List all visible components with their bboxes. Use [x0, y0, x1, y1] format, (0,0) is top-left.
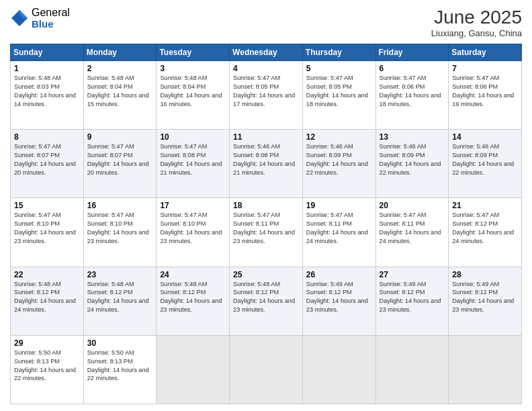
day-info: Sunrise: 5:48 AM Sunset: 8:12 PM Dayligh…	[160, 280, 226, 315]
day-info: Sunrise: 5:49 AM Sunset: 8:12 PM Dayligh…	[452, 280, 518, 315]
day-info: Sunrise: 5:48 AM Sunset: 8:12 PM Dayligh…	[14, 280, 80, 315]
calendar-cell	[375, 335, 449, 404]
day-info: Sunrise: 5:48 AM Sunset: 8:03 PM Dayligh…	[14, 74, 80, 109]
calendar-cell: 28 Sunrise: 5:49 AM Sunset: 8:12 PM Dayl…	[449, 267, 522, 335]
weekday-header-row: SundayMondayTuesdayWednesdayThursdayFrid…	[11, 44, 522, 61]
weekday-wednesday: Wednesday	[230, 44, 303, 61]
week-row-2: 8 Sunrise: 5:47 AM Sunset: 8:07 PM Dayli…	[11, 130, 522, 198]
day-info: Sunrise: 5:48 AM Sunset: 8:12 PM Dayligh…	[233, 280, 299, 315]
day-number: 15	[14, 201, 80, 210]
day-info: Sunrise: 5:46 AM Sunset: 8:09 PM Dayligh…	[306, 142, 372, 177]
calendar-cell: 10 Sunrise: 5:47 AM Sunset: 8:08 PM Dayl…	[157, 130, 230, 198]
day-info: Sunrise: 5:48 AM Sunset: 8:04 PM Dayligh…	[160, 74, 226, 109]
day-number: 19	[306, 201, 372, 210]
day-info: Sunrise: 5:47 AM Sunset: 8:12 PM Dayligh…	[452, 211, 518, 246]
calendar-cell: 11 Sunrise: 5:46 AM Sunset: 8:08 PM Dayl…	[230, 130, 303, 198]
day-number: 9	[87, 132, 153, 142]
day-info: Sunrise: 5:46 AM Sunset: 8:08 PM Dayligh…	[233, 142, 299, 177]
day-number: 24	[160, 270, 226, 279]
day-number: 1	[14, 64, 80, 73]
calendar-cell: 17 Sunrise: 5:47 AM Sunset: 8:10 PM Dayl…	[157, 198, 230, 267]
calendar-cell: 8 Sunrise: 5:47 AM Sunset: 8:07 PM Dayli…	[11, 130, 84, 198]
day-number: 11	[233, 132, 299, 142]
logo-text: General Blue	[32, 7, 70, 30]
calendar-cell: 5 Sunrise: 5:47 AM Sunset: 8:05 PM Dayli…	[302, 61, 375, 130]
calendar-cell	[302, 335, 375, 404]
day-info: Sunrise: 5:47 AM Sunset: 8:10 PM Dayligh…	[87, 211, 153, 246]
weekday-thursday: Thursday	[302, 44, 375, 61]
day-info: Sunrise: 5:47 AM Sunset: 8:11 PM Dayligh…	[306, 211, 372, 246]
day-number: 25	[233, 270, 299, 279]
logo-blue: Blue	[32, 19, 70, 30]
day-info: Sunrise: 5:47 AM Sunset: 8:11 PM Dayligh…	[233, 211, 299, 246]
calendar-cell: 13 Sunrise: 5:46 AM Sunset: 8:09 PM Dayl…	[375, 130, 449, 198]
calendar-table: SundayMondayTuesdayWednesdayThursdayFrid…	[10, 44, 522, 404]
day-info: Sunrise: 5:47 AM Sunset: 8:11 PM Dayligh…	[380, 211, 445, 246]
day-info: Sunrise: 5:47 AM Sunset: 8:10 PM Dayligh…	[14, 211, 80, 246]
week-row-4: 22 Sunrise: 5:48 AM Sunset: 8:12 PM Dayl…	[11, 267, 522, 335]
calendar-cell: 3 Sunrise: 5:48 AM Sunset: 8:04 PM Dayli…	[157, 61, 230, 130]
calendar-cell: 20 Sunrise: 5:47 AM Sunset: 8:11 PM Dayl…	[375, 198, 449, 267]
day-info: Sunrise: 5:46 AM Sunset: 8:09 PM Dayligh…	[380, 142, 445, 177]
location: Liuxiang, Gansu, China	[431, 28, 522, 38]
calendar-cell: 2 Sunrise: 5:48 AM Sunset: 8:04 PM Dayli…	[83, 61, 157, 130]
day-info: Sunrise: 5:47 AM Sunset: 8:06 PM Dayligh…	[380, 74, 445, 109]
day-number: 18	[233, 201, 299, 210]
week-row-5: 29 Sunrise: 5:50 AM Sunset: 8:13 PM Dayl…	[11, 335, 522, 404]
logo-general: General	[32, 7, 70, 19]
day-number: 5	[306, 64, 372, 73]
logo: General Blue	[10, 7, 70, 30]
day-info: Sunrise: 5:49 AM Sunset: 8:12 PM Dayligh…	[380, 280, 445, 315]
weekday-monday: Monday	[83, 44, 157, 61]
day-info: Sunrise: 5:47 AM Sunset: 8:07 PM Dayligh…	[87, 142, 153, 177]
calendar-cell: 19 Sunrise: 5:47 AM Sunset: 8:11 PM Dayl…	[302, 198, 375, 267]
weekday-tuesday: Tuesday	[157, 44, 230, 61]
calendar-cell	[157, 335, 230, 404]
calendar-cell: 26 Sunrise: 5:49 AM Sunset: 8:12 PM Dayl…	[302, 267, 375, 335]
weekday-friday: Friday	[375, 44, 449, 61]
day-info: Sunrise: 5:50 AM Sunset: 8:13 PM Dayligh…	[87, 349, 153, 383]
calendar-cell: 30 Sunrise: 5:50 AM Sunset: 8:13 PM Dayl…	[83, 335, 157, 404]
weekday-sunday: Sunday	[11, 44, 84, 61]
calendar-cell: 6 Sunrise: 5:47 AM Sunset: 8:06 PM Dayli…	[375, 61, 449, 130]
calendar-cell: 23 Sunrise: 5:48 AM Sunset: 8:12 PM Dayl…	[83, 267, 157, 335]
day-number: 17	[160, 201, 226, 210]
calendar-cell: 12 Sunrise: 5:46 AM Sunset: 8:09 PM Dayl…	[302, 130, 375, 198]
day-info: Sunrise: 5:47 AM Sunset: 8:08 PM Dayligh…	[160, 142, 226, 177]
day-number: 8	[14, 132, 80, 142]
day-number: 7	[452, 64, 518, 73]
day-info: Sunrise: 5:46 AM Sunset: 8:09 PM Dayligh…	[452, 142, 518, 177]
day-number: 16	[87, 201, 153, 210]
calendar-cell: 9 Sunrise: 5:47 AM Sunset: 8:07 PM Dayli…	[83, 130, 157, 198]
title-block: June 2025 Liuxiang, Gansu, China	[431, 7, 522, 38]
header: General Blue June 2025 Liuxiang, Gansu, …	[10, 7, 522, 38]
day-info: Sunrise: 5:50 AM Sunset: 8:13 PM Dayligh…	[14, 349, 80, 383]
day-info: Sunrise: 5:48 AM Sunset: 8:12 PM Dayligh…	[87, 280, 153, 315]
day-number: 26	[306, 270, 372, 279]
day-info: Sunrise: 5:47 AM Sunset: 8:06 PM Dayligh…	[452, 74, 518, 109]
calendar-cell	[449, 335, 522, 404]
month-title: June 2025	[431, 7, 522, 28]
calendar-cell: 18 Sunrise: 5:47 AM Sunset: 8:11 PM Dayl…	[230, 198, 303, 267]
calendar-cell: 25 Sunrise: 5:48 AM Sunset: 8:12 PM Dayl…	[230, 267, 303, 335]
day-number: 4	[233, 64, 299, 73]
calendar-cell: 4 Sunrise: 5:47 AM Sunset: 8:05 PM Dayli…	[230, 61, 303, 130]
day-info: Sunrise: 5:49 AM Sunset: 8:12 PM Dayligh…	[306, 280, 372, 315]
day-info: Sunrise: 5:47 AM Sunset: 8:10 PM Dayligh…	[160, 211, 226, 246]
calendar-cell: 1 Sunrise: 5:48 AM Sunset: 8:03 PM Dayli…	[11, 61, 84, 130]
day-info: Sunrise: 5:47 AM Sunset: 8:07 PM Dayligh…	[14, 142, 80, 177]
calendar-cell: 22 Sunrise: 5:48 AM Sunset: 8:12 PM Dayl…	[11, 267, 84, 335]
calendar-cell: 14 Sunrise: 5:46 AM Sunset: 8:09 PM Dayl…	[449, 130, 522, 198]
day-number: 28	[452, 270, 518, 279]
day-number: 27	[380, 270, 445, 279]
day-number: 13	[380, 132, 445, 142]
logo-icon	[10, 9, 29, 28]
calendar-cell: 21 Sunrise: 5:47 AM Sunset: 8:12 PM Dayl…	[449, 198, 522, 267]
weekday-saturday: Saturday	[449, 44, 522, 61]
day-info: Sunrise: 5:48 AM Sunset: 8:04 PM Dayligh…	[87, 74, 153, 109]
calendar-cell: 15 Sunrise: 5:47 AM Sunset: 8:10 PM Dayl…	[11, 198, 84, 267]
day-number: 29	[14, 338, 80, 348]
week-row-1: 1 Sunrise: 5:48 AM Sunset: 8:03 PM Dayli…	[11, 61, 522, 130]
calendar-cell: 27 Sunrise: 5:49 AM Sunset: 8:12 PM Dayl…	[375, 267, 449, 335]
week-row-3: 15 Sunrise: 5:47 AM Sunset: 8:10 PM Dayl…	[11, 198, 522, 267]
